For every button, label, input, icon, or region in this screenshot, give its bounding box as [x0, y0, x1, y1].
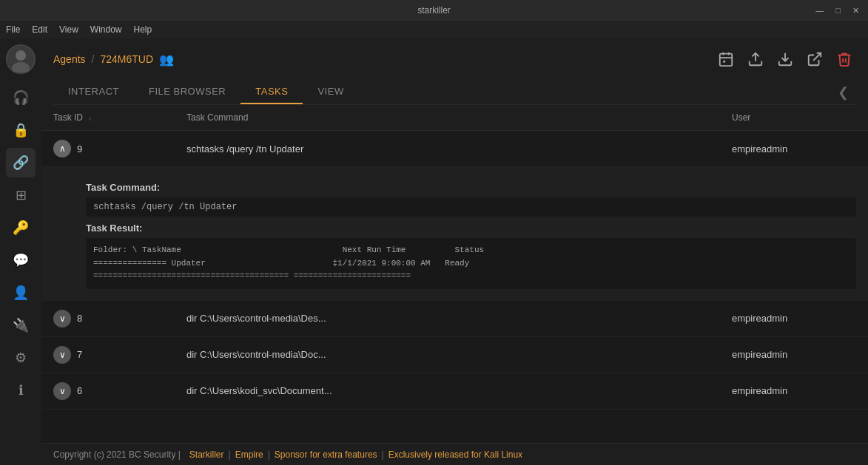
close-button[interactable]: ✕ — [850, 6, 862, 16]
task-user-8: empireadmin — [720, 301, 868, 337]
footer-copyright: Copyright (c) 2021 BC Security | — [53, 449, 181, 460]
footer-pipe-2: | — [268, 449, 270, 460]
delete-button[interactable] — [832, 47, 856, 71]
col-header-command[interactable]: Task Command — [175, 105, 720, 131]
task-user-6: empireadmin — [720, 373, 868, 409]
content-header: Agents / 724M6TUD 👥 — [41, 38, 868, 105]
download-button[interactable] — [773, 47, 797, 71]
expand-collapse-button-8[interactable]: ∨ — [53, 310, 71, 327]
tab-interact[interactable]: INTERACT — [53, 80, 134, 104]
maximize-button[interactable]: □ — [832, 6, 844, 15]
menu-window[interactable]: Window — [90, 24, 122, 35]
task-id-7: 7 — [77, 349, 82, 360]
window-controls[interactable]: — □ ✕ — [813, 6, 862, 16]
sidebar-grid-icon[interactable]: ⊞ — [6, 180, 36, 210]
col-header-user[interactable]: User — [720, 105, 868, 131]
task-command-code-9: schtasks /query /tn Updater — [86, 197, 856, 217]
tasks-table: Task ID ↓ Task Command User ∧ 9 — [41, 105, 868, 410]
upload-button[interactable] — [744, 47, 767, 71]
breadcrumb-separator: / — [92, 53, 95, 65]
sidebar-user-icon[interactable]: 👤 — [6, 278, 36, 308]
footer-link-starkiller[interactable]: Starkiller — [189, 449, 224, 460]
breadcrumb-agents-link[interactable]: Agents — [53, 53, 86, 65]
table-row[interactable]: ∧ 9 schtasks /query /tn Updater empiread… — [41, 131, 868, 167]
footer-link-kali[interactable]: Exclusively released for Kali Linux — [388, 449, 522, 460]
calendar-button[interactable] — [714, 47, 738, 71]
agent-user-icon: 👥 — [159, 52, 174, 67]
tab-tasks[interactable]: TASKS — [240, 80, 303, 104]
sidebar-link-icon[interactable]: 🔗 — [6, 148, 36, 177]
sort-icon: ↓ — [88, 114, 92, 122]
task-detail-9: Task Command: schtasks /query /tn Update… — [41, 167, 868, 301]
task-result-content-9: Folder: \ TaskName Next Run Time Status … — [86, 238, 856, 289]
export-button[interactable] — [803, 47, 827, 71]
menu-help[interactable]: Help — [134, 24, 152, 35]
footer-pipe-3: | — [382, 449, 384, 460]
task-command-6: dir C:\Users\kodi_svc\Document... — [175, 373, 720, 409]
col-header-taskid[interactable]: Task ID ↓ — [41, 105, 175, 131]
menu-edit[interactable]: Edit — [32, 24, 47, 35]
breadcrumb-agent-id: 724M6TUD — [100, 53, 153, 65]
titlebar: starkiller — □ ✕ — [0, 0, 868, 21]
app-body: 🎧 🔒 🔗 ⊞ 🔑 💬 👤 🔌 ⚙ ℹ Agents / 724M6TUD 👥 — [0, 38, 868, 465]
menu-view[interactable]: View — [59, 24, 78, 35]
table-row[interactable]: ∨ 8 dir C:\Users\control-media\Des... em… — [41, 301, 868, 337]
sidebar-settings-icon[interactable]: ⚙ — [6, 343, 36, 373]
sidebar-chat-icon[interactable]: 💬 — [6, 245, 36, 275]
task-command-label: Task Command: — [86, 182, 856, 193]
task-command-9: schtasks /query /tn Updater — [175, 131, 720, 167]
tab-file-browser[interactable]: FILE BROWSER — [134, 80, 240, 104]
sidebar: 🎧 🔒 🔗 ⊞ 🔑 💬 👤 🔌 ⚙ ℹ — [0, 38, 41, 465]
tabs-row: INTERACT FILE BROWSER TASKS VIEW ❮ — [53, 80, 856, 105]
sidebar-lock-icon[interactable]: 🔒 — [6, 115, 36, 145]
task-user-7: empireadmin — [720, 336, 868, 373]
content-area: Agents / 724M6TUD 👥 — [41, 38, 868, 465]
tab-view[interactable]: VIEW — [303, 80, 358, 104]
expand-collapse-button-7[interactable]: ∨ — [53, 346, 71, 364]
footer-pipe-1: | — [229, 449, 231, 460]
sidebar-headphones-icon[interactable]: 🎧 — [6, 83, 36, 112]
task-command-8: dir C:\Users\control-media\Des... — [175, 301, 720, 337]
svg-rect-7 — [723, 61, 725, 63]
task-id-8: 8 — [77, 313, 82, 324]
footer-link-empire[interactable]: Empire — [235, 449, 263, 460]
svg-point-1 — [16, 50, 26, 61]
tasks-table-area[interactable]: Task ID ↓ Task Command User ∧ 9 — [41, 105, 868, 443]
menubar: File Edit View Window Help — [0, 21, 868, 38]
collapse-panel-button[interactable]: ❮ — [832, 82, 853, 103]
footer: Copyright (c) 2021 BC Security | Starkil… — [41, 443, 868, 465]
task-user-9: empireadmin — [720, 131, 868, 167]
task-result-label: Task Result: — [86, 223, 856, 234]
sidebar-plug-icon[interactable]: 🔌 — [6, 310, 36, 340]
task-id-6: 6 — [77, 385, 82, 396]
footer-link-sponsor[interactable]: Sponsor for extra features — [275, 449, 377, 460]
task-expanded-row-9: Task Command: schtasks /query /tn Update… — [41, 167, 868, 301]
task-command-7: dir C:\Users\control-media\Doc... — [175, 336, 720, 373]
sidebar-info-icon[interactable]: ℹ — [6, 376, 36, 405]
svg-line-10 — [813, 53, 821, 61]
expand-collapse-button-6[interactable]: ∨ — [53, 382, 71, 400]
app-title: starkiller — [417, 5, 451, 16]
menu-file[interactable]: File — [6, 24, 20, 35]
expand-collapse-button-9[interactable]: ∧ — [53, 140, 71, 157]
table-row[interactable]: ∨ 7 dir C:\Users\control-media\Doc... em… — [41, 336, 868, 373]
sidebar-key-icon[interactable]: 🔑 — [6, 213, 36, 242]
task-id-9: 9 — [77, 143, 82, 155]
minimize-button[interactable]: — — [813, 6, 827, 15]
breadcrumb: Agents / 724M6TUD 👥 — [53, 47, 856, 71]
avatar[interactable] — [6, 44, 36, 74]
table-row[interactable]: ∨ 6 dir C:\Users\kodi_svc\Document... em… — [41, 373, 868, 409]
svg-rect-3 — [720, 54, 733, 67]
